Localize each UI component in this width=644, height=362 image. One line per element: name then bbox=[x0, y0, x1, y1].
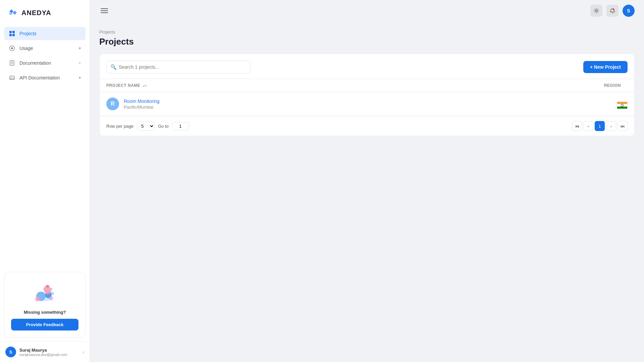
topbar: S bbox=[90, 0, 644, 21]
svg-point-15 bbox=[35, 297, 40, 301]
col-header-name: PROJECT NAME ▴▾ bbox=[100, 79, 443, 92]
project-name-cell: R Room Monitoring Pacific/Mumbai bbox=[100, 92, 443, 116]
sidebar-nav: Projects Usage ▾ Documentation bbox=[0, 24, 90, 268]
svg-point-16 bbox=[49, 296, 53, 300]
svg-rect-4 bbox=[12, 34, 15, 36]
topbar-right: S bbox=[590, 5, 635, 17]
provide-feedback-button[interactable]: Provide Feedback bbox=[11, 319, 78, 330]
flag-green-stripe bbox=[617, 107, 627, 109]
breadcrumb: Projects bbox=[99, 29, 635, 35]
search-input[interactable] bbox=[106, 61, 251, 73]
sidebar-item-documentation[interactable]: Documentation ↗ bbox=[4, 56, 86, 70]
svg-point-17 bbox=[51, 292, 54, 295]
user-avatar-small: S bbox=[5, 347, 16, 357]
topbar-user-avatar[interactable]: S bbox=[623, 5, 635, 17]
svg-rect-2 bbox=[12, 31, 15, 33]
page-1-button[interactable]: 1 bbox=[595, 121, 605, 131]
svg-rect-1 bbox=[9, 31, 12, 33]
pagination-left: Row per page 5 10 20 50 Go to bbox=[106, 122, 189, 131]
project-row: R Room Monitoring Pacific/Mumbai bbox=[106, 98, 437, 110]
goto-page-input[interactable] bbox=[172, 122, 189, 130]
topbar-settings-button[interactable] bbox=[590, 5, 602, 17]
hamburger-line-3 bbox=[101, 12, 108, 13]
topbar-notifications-button[interactable] bbox=[606, 5, 619, 17]
documentation-external-icon: ↗ bbox=[78, 61, 81, 65]
sort-icon-name: ▴▾ bbox=[143, 84, 147, 87]
usage-chevron-icon: ▾ bbox=[79, 46, 81, 51]
goto-label: Go to bbox=[158, 124, 169, 129]
svg-point-19 bbox=[51, 288, 53, 290]
logo-area: ANEDYA bbox=[0, 0, 90, 24]
table-row: R Room Monitoring Pacific/Mumbai bbox=[100, 92, 634, 116]
ashoka-chakra-icon bbox=[621, 104, 624, 107]
feedback-missing-label: Missing something? bbox=[24, 310, 66, 315]
projects-card: 🔍 + New Project PROJECT NAME ▴▾ REGION bbox=[99, 54, 635, 136]
sidebar-item-usage-label: Usage bbox=[19, 46, 75, 51]
usage-icon bbox=[9, 45, 15, 52]
user-name: Suraj Maurya bbox=[19, 348, 79, 353]
col-header-region: REGION bbox=[443, 79, 634, 92]
last-page-button[interactable]: ⏭ bbox=[618, 121, 628, 131]
sidebar: ANEDYA Projects Usage ▾ bbox=[0, 0, 90, 362]
new-project-button[interactable]: + New Project bbox=[583, 61, 628, 73]
topbar-left bbox=[99, 7, 109, 14]
project-avatar: R bbox=[106, 98, 119, 110]
flag-white-stripe bbox=[617, 104, 627, 107]
project-region-cell bbox=[443, 92, 634, 116]
page-content-area: Projects Projects 🔍 + New Project PROJEC… bbox=[90, 21, 644, 362]
user-profile-chevron-icon: › bbox=[83, 349, 84, 355]
project-name[interactable]: Room Monitoring bbox=[124, 99, 160, 104]
svg-rect-3 bbox=[9, 34, 12, 36]
sidebar-item-api-docs[interactable]: API Documentation ▾ bbox=[4, 71, 86, 84]
user-info: Suraj Maurya surajmaurya.dev@gmail.com bbox=[19, 348, 79, 357]
api-docs-chevron-icon: ▾ bbox=[79, 75, 81, 80]
india-flag-icon bbox=[617, 102, 628, 109]
sidebar-item-projects-label: Projects bbox=[19, 31, 81, 36]
api-docs-icon bbox=[9, 74, 15, 81]
hamburger-line-2 bbox=[101, 10, 108, 11]
rows-per-page-label: Row per page bbox=[106, 124, 133, 129]
page-title: Projects bbox=[99, 37, 635, 47]
sidebar-item-usage[interactable]: Usage ▾ bbox=[4, 42, 86, 55]
logo-icon bbox=[7, 7, 19, 19]
pagination-row: Row per page 5 10 20 50 Go to ⏮ ‹ 1 › ⏭ bbox=[100, 116, 634, 136]
next-page-button[interactable]: › bbox=[606, 121, 616, 131]
project-location: Pacific/Mumbai bbox=[124, 105, 160, 110]
menu-toggle-button[interactable] bbox=[99, 7, 109, 14]
svg-point-6 bbox=[11, 47, 13, 49]
app-name: ANEDYA bbox=[21, 9, 51, 17]
projects-icon bbox=[9, 30, 15, 37]
search-icon: 🔍 bbox=[110, 64, 117, 70]
svg-point-18 bbox=[46, 285, 49, 288]
sidebar-item-api-docs-label: API Documentation bbox=[19, 75, 75, 80]
feedback-card: Missing something? Provide Feedback bbox=[4, 272, 86, 338]
hamburger-line-1 bbox=[101, 8, 108, 9]
sidebar-item-documentation-label: Documentation bbox=[19, 60, 74, 66]
prev-page-button[interactable]: ‹ bbox=[583, 121, 593, 131]
svg-point-20 bbox=[596, 10, 597, 12]
pagination-right: ⏮ ‹ 1 › ⏭ bbox=[572, 121, 628, 131]
feedback-illustration bbox=[32, 279, 58, 306]
first-page-button[interactable]: ⏮ bbox=[572, 121, 582, 131]
user-profile[interactable]: S Suraj Maurya surajmaurya.dev@gmail.com… bbox=[0, 342, 90, 362]
svg-point-21 bbox=[613, 9, 614, 10]
rows-per-page-select[interactable]: 5 10 20 50 bbox=[137, 122, 155, 131]
user-email: surajmaurya.dev@gmail.com bbox=[19, 353, 79, 357]
projects-table: PROJECT NAME ▴▾ REGION R Room Monitoring bbox=[100, 79, 634, 116]
search-input-wrap: 🔍 bbox=[106, 61, 251, 73]
documentation-icon bbox=[9, 60, 15, 66]
sidebar-item-projects[interactable]: Projects bbox=[4, 27, 86, 40]
main-content: S Projects Projects 🔍 + New Project PROJ bbox=[90, 0, 644, 362]
search-bar-row: 🔍 + New Project bbox=[100, 54, 634, 73]
